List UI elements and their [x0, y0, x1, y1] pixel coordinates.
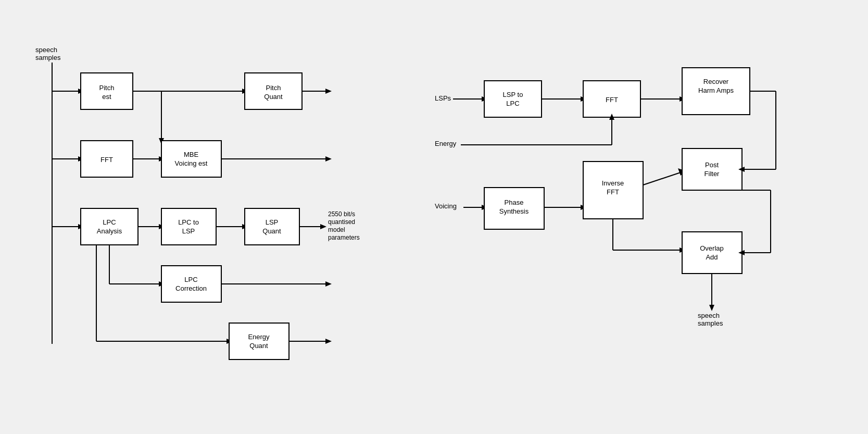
right-fft-label: FFT: [606, 96, 618, 104]
lpc-to-lsp-label: LPC to: [178, 218, 199, 226]
main-svg: speech samples Pitch est Pitch Quant: [0, 0, 868, 434]
lpc-to-lsp-block: [161, 208, 216, 245]
diagram-container: speech samples Pitch est Pitch Quant: [0, 0, 868, 434]
svg-marker-22: [320, 224, 326, 229]
pitch-est-label: Pitch: [99, 84, 115, 92]
energy-label: Energy: [435, 140, 457, 147]
svg-marker-32: [325, 339, 332, 344]
inverse-fft-label2: FFT: [607, 188, 619, 196]
lsp-quant-block: [245, 208, 299, 245]
pitch-quant-label2: Quant: [264, 93, 283, 101]
lsp-quant-label2: Quant: [262, 227, 281, 235]
mbe-voicing-label: MBE: [184, 151, 199, 158]
output-label2: quantised: [328, 218, 355, 226]
post-filter-label2: Filter: [705, 170, 720, 178]
lsp-to-lpc-label: LSP to: [503, 91, 523, 98]
pitch-est-label2: est: [102, 93, 111, 101]
energy-quant-block: [229, 323, 289, 359]
lpc-correction-block: [161, 266, 221, 302]
svg-marker-27: [325, 281, 332, 287]
lpc-analysis-label2: Analysis: [97, 227, 122, 235]
lsp-to-lpc-block: [484, 81, 542, 117]
svg-line-46: [643, 172, 682, 185]
inverse-fft-label: Inverse: [602, 179, 624, 187]
mbe-voicing-block: [161, 141, 221, 177]
left-input-label2: samples: [35, 54, 61, 61]
left-input-label: speech: [35, 46, 57, 54]
svg-marker-56: [709, 305, 714, 311]
output-label: 2550 bit/s: [328, 210, 355, 218]
energy-quant-label: Energy: [248, 333, 270, 341]
output-label3: model: [328, 226, 345, 233]
lsp-to-lpc-label2: LPC: [506, 100, 519, 107]
post-filter-label: Post: [705, 161, 719, 169]
post-filter-block: [682, 148, 742, 190]
lpc-analysis-label: LPC: [103, 218, 116, 226]
output-label4: parameters: [328, 234, 360, 241]
lsp-quant-label: LSP: [266, 218, 279, 226]
energy-quant-label2: Quant: [249, 342, 268, 350]
phase-synthesis-label2: Synthesis: [499, 207, 529, 215]
lpc-correction-label: LPC: [184, 276, 197, 283]
right-output-label: speech: [698, 312, 720, 319]
svg-marker-16: [325, 156, 332, 162]
svg-marker-12: [325, 89, 332, 94]
recover-harm-label2: Harm Amps: [698, 86, 734, 94]
mbe-voicing-label2: Voicing est: [175, 159, 208, 167]
right-output-label2: samples: [698, 319, 723, 327]
overlap-add-block: [682, 232, 742, 274]
left-fft-label: FFT: [100, 156, 113, 164]
pitch-quant-label: Pitch: [266, 84, 281, 92]
overlap-add-label2: Add: [706, 253, 718, 261]
lpc-analysis-block: [81, 208, 138, 245]
lpc-correction-label2: Correction: [175, 284, 207, 292]
phase-synthesis-label: Phase: [505, 199, 524, 206]
recover-harm-label: Recover: [703, 78, 729, 85]
lpc-to-lsp-label2: LSP: [182, 227, 195, 235]
voicing-label: Voicing: [435, 202, 457, 210]
overlap-add-label: Overlap: [700, 244, 724, 252]
lsps-label: LSPs: [435, 94, 451, 102]
